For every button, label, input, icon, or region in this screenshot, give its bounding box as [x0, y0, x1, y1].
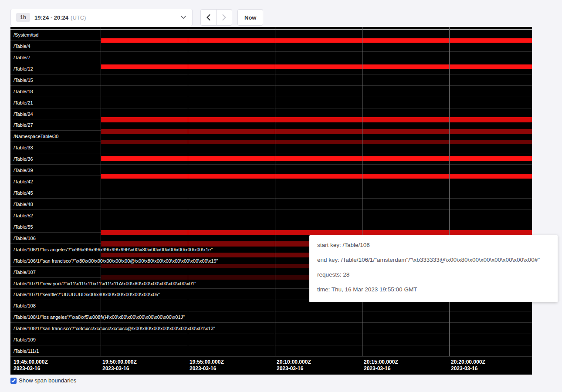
- heat-band: [101, 64, 532, 69]
- key-visualizer-page: 1h 19:24 - 20:24 (UTC) Now /System/tsd/T…: [0, 0, 562, 392]
- span-key-label: /Table/108/1/"los angeles"/"\xa8\xf5\u00…: [14, 314, 185, 320]
- span-key-label: /Table/108/1/"san francisco"/"\x8c\xcc\x…: [14, 326, 215, 331]
- tooltip-start-key: start key: /Table/106: [317, 241, 550, 249]
- show-span-boundaries-checkbox[interactable]: [10, 378, 17, 384]
- span-key-label: /Table/107: [14, 270, 36, 275]
- timezone-text: (UTC): [71, 14, 86, 21]
- heat-band: [101, 174, 532, 179]
- span-key-label: /Table/106/1/"san francisco"/"\x80\x00\x…: [14, 258, 218, 264]
- span-key-label: /Table/36: [14, 156, 33, 162]
- span-boundary: [10, 356, 532, 357]
- span-boundary: [10, 334, 532, 334]
- time-tick-time: 19:55:00.000Z: [190, 359, 224, 365]
- time-tick: 20:20:00.000Z2023-03-16: [451, 359, 485, 372]
- time-tick-time: 20:10:00.000Z: [277, 359, 311, 365]
- span-boundary: [10, 97, 532, 97]
- span-boundary: [10, 322, 532, 323]
- chevron-left-icon: [207, 14, 210, 20]
- time-tick: 19:50:00.000Z2023-03-16: [102, 359, 137, 372]
- time-gridline: [188, 27, 188, 356]
- time-tick: 19:55:00.000Z2023-03-16: [190, 359, 224, 372]
- span-key-label: /Table/48: [14, 202, 33, 207]
- now-button[interactable]: Now: [237, 9, 263, 26]
- span-key-label: /Table/108: [14, 303, 36, 309]
- tooltip-end-key: end key: /Table/106/1/"amsterdam"/"\xb33…: [317, 256, 550, 264]
- chevron-right-icon: [222, 14, 226, 20]
- time-gridline: [275, 27, 275, 356]
- span-boundary: [10, 210, 532, 210]
- time-tick-date: 2023-03-16: [451, 365, 485, 372]
- tooltip-requests: requests: 28: [317, 271, 550, 278]
- span-boundary: [10, 51, 532, 52]
- span-boundary: [10, 85, 532, 86]
- time-gridline: [449, 27, 450, 356]
- span-key-label: /Table/7: [14, 55, 30, 61]
- span-key-label: /Table/24: [14, 112, 33, 117]
- chevron-down-icon: [181, 16, 186, 19]
- span-key-label: /Table/106: [14, 236, 36, 241]
- span-key-label: /Table/18: [14, 89, 33, 95]
- span-boundary: [10, 187, 532, 187]
- span-key-label: /NamespaceTable/30: [14, 134, 58, 139]
- heat-band: [101, 140, 532, 144]
- time-gridline: [362, 27, 362, 356]
- span-boundary: [10, 345, 532, 345]
- time-tick-time: 19:50:00.000Z: [102, 359, 137, 365]
- span-key-label: /Table/33: [14, 145, 33, 151]
- span-boundary: [10, 63, 532, 63]
- heat-band: [101, 117, 532, 122]
- heat-band: [101, 38, 532, 43]
- time-range-text: 19:24 - 20:24: [34, 14, 68, 21]
- show-span-boundaries-label: Show span boundaries: [19, 377, 76, 384]
- time-tick-time: 20:15:00.000Z: [364, 359, 398, 365]
- span-boundary: [10, 221, 532, 221]
- time-gridline: [101, 27, 101, 356]
- heat-band: [101, 156, 532, 161]
- time-tick-time: 20:20:00.000Z: [451, 359, 485, 365]
- time-tick-date: 2023-03-16: [277, 365, 311, 372]
- span-boundary: [10, 108, 532, 108]
- span-key-label: /System/tsd: [14, 32, 38, 38]
- time-tick: 19:45:00.000Z2023-03-16: [14, 359, 48, 372]
- span-key-label: /Table/52: [14, 213, 33, 219]
- tooltip-time: time: Thu, 16 Mar 2023 19:55:00 GMT: [317, 286, 550, 293]
- time-tick: 20:10:00.000Z2023-03-16: [277, 359, 311, 372]
- span-key-label: /Table/39: [14, 168, 33, 173]
- span-key-label: /Table/12: [14, 66, 33, 72]
- span-boundary: [10, 164, 532, 165]
- span-boundary: [10, 29, 532, 30]
- prev-range-button[interactable]: [200, 9, 217, 26]
- span-boundary: [10, 153, 532, 153]
- span-key-label: /Table/27: [14, 122, 33, 128]
- span-boundary: [10, 74, 532, 74]
- time-tick: 20:15:00.000Z2023-03-16: [364, 359, 398, 372]
- span-key-label: /Table/42: [14, 179, 33, 185]
- time-tick-date: 2023-03-16: [14, 365, 48, 372]
- span-key-label: /Table/107/1/"seattle"/"UUUUUUD\x00\x80\…: [14, 292, 160, 297]
- time-nav-group: [200, 9, 232, 26]
- span-key-label: /Table/106/1/"los angeles"/"\x99\x99\x99…: [14, 247, 213, 253]
- hover-tooltip: start key: /Table/106 end key: /Table/10…: [309, 235, 558, 302]
- span-key-label: /Table/4: [14, 44, 30, 49]
- span-boundary: [10, 198, 532, 199]
- show-span-boundaries-control[interactable]: Show span boundaries: [10, 377, 76, 384]
- time-tick-date: 2023-03-16: [190, 365, 224, 372]
- time-tick-time: 19:45:00.000Z: [14, 359, 48, 365]
- span-key-label: /Table/15: [14, 78, 33, 83]
- heat-band: [101, 230, 532, 235]
- span-key-label: /Table/109: [14, 337, 36, 343]
- span-key-label: /Table/107/1/"new york"/"\x11\x11\x11\x1…: [14, 281, 196, 287]
- time-tick-date: 2023-03-16: [364, 365, 398, 372]
- span-boundary: [10, 311, 532, 311]
- span-key-label: /Table/45: [14, 190, 33, 196]
- duration-badge: 1h: [16, 13, 30, 22]
- span-key-label: /Table/21: [14, 100, 33, 106]
- next-range-button[interactable]: [216, 9, 232, 26]
- time-tick-date: 2023-03-16: [102, 365, 137, 372]
- heat-band: [101, 129, 532, 134]
- span-key-label: /Table/111/1: [14, 348, 39, 354]
- keyvis-canvas[interactable]: /System/tsd/Table/4/Table/7/Table/12/Tab…: [10, 27, 532, 375]
- span-key-label: /Table/55: [14, 224, 33, 230]
- time-range-selector[interactable]: 1h 19:24 - 20:24 (UTC): [10, 9, 193, 26]
